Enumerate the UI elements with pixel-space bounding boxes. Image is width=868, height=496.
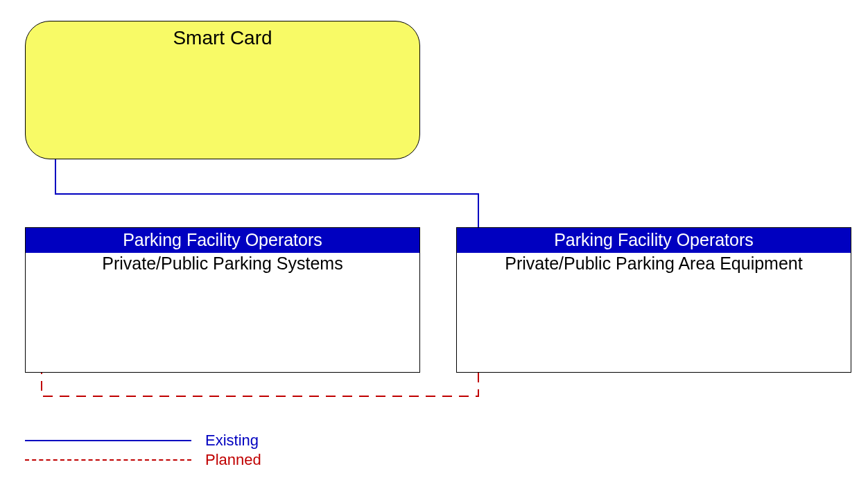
legend: Existing Planned bbox=[25, 431, 261, 470]
existing-connector bbox=[55, 159, 478, 227]
legend-label-planned: Planned bbox=[205, 451, 261, 469]
entity-left-sub: Private/Public Parking Systems bbox=[26, 253, 419, 274]
legend-line-planned bbox=[25, 459, 191, 461]
planned-connector bbox=[42, 373, 478, 396]
smart-card-node: Smart Card bbox=[25, 21, 420, 159]
diagram-canvas: Smart Card Parking Facility Operators Pr… bbox=[0, 0, 868, 496]
legend-row-planned: Planned bbox=[25, 450, 261, 470]
entity-right-header: Parking Facility Operators bbox=[457, 228, 851, 253]
entity-right: Parking Facility Operators Private/Publi… bbox=[456, 227, 851, 373]
entity-right-sub: Private/Public Parking Area Equipment bbox=[457, 253, 851, 274]
legend-line-existing bbox=[25, 440, 191, 441]
legend-label-existing: Existing bbox=[205, 432, 259, 450]
smart-card-title: Smart Card bbox=[26, 27, 419, 49]
legend-row-existing: Existing bbox=[25, 431, 261, 450]
entity-left: Parking Facility Operators Private/Publi… bbox=[25, 227, 420, 373]
entity-left-header: Parking Facility Operators bbox=[26, 228, 419, 253]
